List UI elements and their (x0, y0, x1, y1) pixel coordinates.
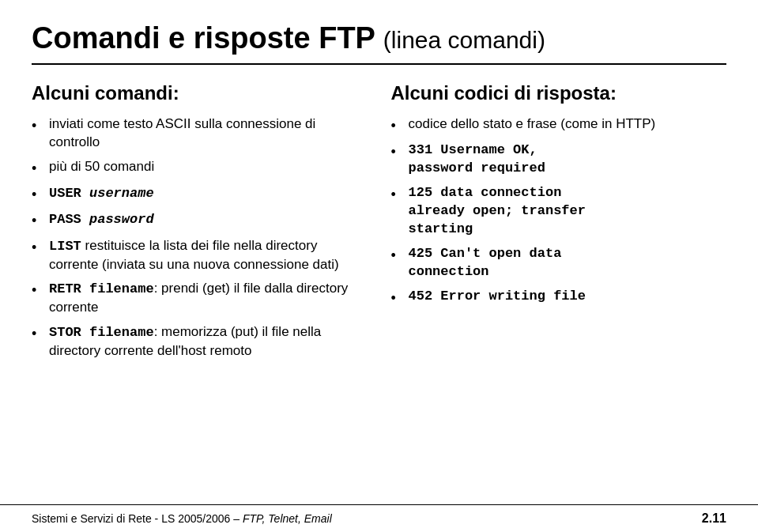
footer-page-number: 2.11 (702, 511, 726, 526)
bullet-icon: • (391, 142, 405, 161)
list-item: • più di 50 comandi (32, 158, 368, 178)
item-text: 425 Can't open dataconnection (409, 245, 727, 281)
item-text: 331 Username OK,password required (409, 141, 727, 178)
list-item: • RETR filename: prendi (get) il file da… (32, 280, 368, 317)
footer-prefix: Sistemi e Servizi di Rete - LS 2005/2006 (32, 512, 233, 525)
list-item: • LIST restituisce la lista dei file nel… (32, 237, 368, 274)
column-left: Alcuni comandi: • inviati come testo ASC… (32, 82, 368, 496)
slide-container: Comandi e risposte FTP (linea comandi) A… (0, 0, 758, 504)
bullet-icon: • (32, 116, 46, 135)
bullet-icon: • (391, 289, 405, 308)
item-text: più di 50 comandi (49, 158, 368, 176)
list-item: • USER username (32, 184, 368, 204)
bullet-icon: • (32, 211, 46, 230)
bullet-icon: • (391, 246, 405, 265)
slide-title: Comandi e risposte FTP (linea comandi) (32, 22, 726, 55)
title-section: Comandi e risposte FTP (linea comandi) (32, 22, 726, 65)
bullet-icon: • (32, 281, 46, 300)
left-bullet-list: • inviati come testo ASCII sulla conness… (32, 115, 368, 360)
list-item: • 452 Error writing file (391, 288, 727, 308)
item-text: STOR filename: memorizza (put) il file n… (49, 323, 368, 360)
bullet-icon: • (32, 185, 46, 204)
list-item: • 125 data connectionalready open; trans… (391, 184, 727, 239)
bullet-icon: • (32, 238, 46, 257)
footer-italic: – FTP, Telnet, Email (233, 512, 332, 525)
item-text: codice dello stato e frase (come in HTTP… (409, 115, 727, 134)
bullet-icon: • (391, 116, 405, 135)
list-item: • 331 Username OK,password required (391, 141, 727, 178)
title-sub: (linea comandi) (383, 27, 545, 53)
content-columns: Alcuni comandi: • inviati come testo ASC… (32, 82, 726, 496)
right-heading: Alcuni codici di risposta: (391, 82, 727, 104)
footer-left: Sistemi e Servizi di Rete - LS 2005/2006… (32, 512, 332, 525)
footer: Sistemi e Servizi di Rete - LS 2005/2006… (0, 504, 758, 532)
item-text: RETR filename: prendi (get) il file dall… (49, 280, 368, 317)
list-item: • 425 Can't open dataconnection (391, 245, 727, 281)
list-item: • PASS password (32, 210, 368, 230)
item-text: USER username (49, 184, 368, 203)
bullet-icon: • (391, 185, 405, 204)
bullet-icon: • (32, 159, 46, 178)
bullet-icon: • (32, 324, 46, 343)
column-right: Alcuni codici di risposta: • codice dell… (391, 82, 727, 496)
list-item: • inviati come testo ASCII sulla conness… (32, 115, 368, 152)
item-text: inviati come testo ASCII sulla connessio… (49, 115, 368, 152)
item-text: LIST restituisce la lista dei file nella… (49, 237, 368, 274)
left-heading: Alcuni comandi: (32, 82, 368, 104)
item-text: PASS password (49, 210, 368, 229)
list-item: • STOR filename: memorizza (put) il file… (32, 323, 368, 360)
item-text: 452 Error writing file (409, 288, 727, 306)
title-main: Comandi e risposte FTP (32, 21, 375, 55)
list-item: • codice dello stato e frase (come in HT… (391, 115, 727, 135)
right-bullet-list: • codice dello stato e frase (come in HT… (391, 115, 727, 308)
item-text: 125 data connectionalready open; transfe… (409, 184, 727, 239)
